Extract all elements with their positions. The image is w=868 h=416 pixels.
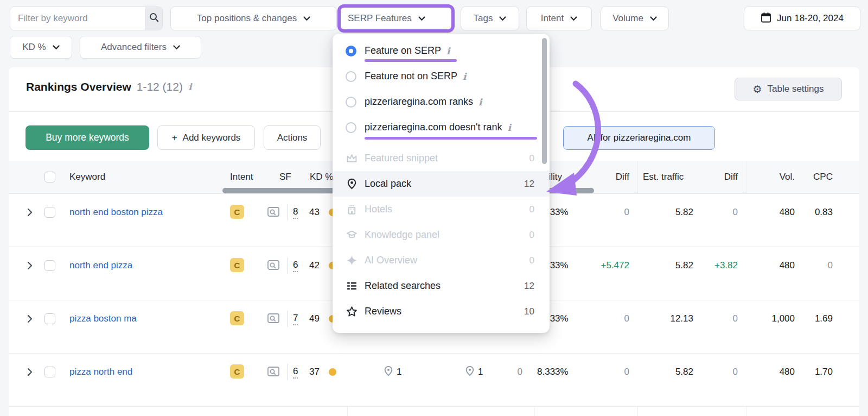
row-checkbox[interactable] <box>44 367 55 377</box>
feature-item-featured-snippet[interactable]: Featured snippet 0 <box>333 146 550 171</box>
keyword-link[interactable]: north end boston pizza <box>69 201 163 223</box>
serp-features-label: SERP Features <box>348 13 412 24</box>
kd-filter-button[interactable]: KD % <box>10 36 72 59</box>
feature-item-hotels[interactable]: Hotels 0 <box>333 197 550 222</box>
add-keywords-label: Add keywords <box>183 133 241 143</box>
feature-item-local-pack[interactable]: Local pack 12 <box>333 171 550 197</box>
traffic-value: 5.82 <box>675 255 693 276</box>
feature-label: Reviews <box>365 306 401 317</box>
position-value[interactable]: 7 <box>293 308 298 330</box>
serp-preview-icon[interactable] <box>267 255 280 276</box>
radio-option-domain-doesnt-rank[interactable]: pizzeriaregina.com doesn't rank i <box>333 115 550 140</box>
radio-option-feature-not-on-serp[interactable]: Feature not on SERP i <box>333 64 550 89</box>
result-range: 1-12 (12) <box>137 80 183 93</box>
keyword-link[interactable]: pizza boston ma <box>69 308 137 330</box>
info-icon[interactable]: i <box>508 122 511 133</box>
kd-value: 49 <box>309 308 320 330</box>
info-icon[interactable]: i <box>188 81 192 92</box>
table-settings-label: Table settings <box>768 84 824 94</box>
position-value[interactable]: 8 <box>293 201 298 223</box>
expand-chevron-icon[interactable] <box>27 308 33 330</box>
expand-chevron-icon[interactable] <box>27 361 33 383</box>
tags-filter-button[interactable]: Tags <box>461 7 519 30</box>
dropdown-scrollbar[interactable] <box>542 38 547 164</box>
feature-label: AI Overview <box>365 255 417 266</box>
traffic-diff: 0 <box>733 201 738 223</box>
intent-filter-button[interactable]: Intent <box>526 7 592 30</box>
visibility-diff: 0 <box>624 361 629 383</box>
radio-label: Feature on SERP <box>365 45 441 56</box>
local-pack-position: 1 <box>383 361 401 383</box>
feature-item-knowledge-panel[interactable]: Knowledge panel 0 <box>333 222 550 248</box>
search-button[interactable] <box>145 7 162 30</box>
radio-option-domain-ranks[interactable]: pizzeriaregina.com ranks i <box>333 89 550 115</box>
expand-chevron-icon[interactable] <box>27 255 33 276</box>
feature-item-related-searches[interactable]: Related searches 12 <box>333 273 550 299</box>
keyword-link[interactable]: north end pizza <box>69 255 132 276</box>
serp-preview-icon[interactable] <box>267 308 280 330</box>
row-checkbox[interactable] <box>44 260 55 271</box>
feature-item-reviews[interactable]: Reviews 10 <box>333 299 550 324</box>
serp-features-filter-button[interactable]: SERP Features <box>337 4 455 33</box>
keyword-filter-input[interactable] <box>10 7 145 30</box>
column-header-keyword[interactable]: Keyword <box>69 161 105 193</box>
volume-filter-button[interactable]: Volume <box>601 7 669 30</box>
buy-more-keywords-button[interactable]: Buy more keywords <box>25 125 149 150</box>
row-checkbox[interactable] <box>44 313 55 324</box>
position-number: 1 <box>397 367 401 377</box>
position-value[interactable]: 6 <box>293 255 298 276</box>
radio-icon[interactable] <box>346 97 356 108</box>
date-range-label: Jun 18-20, 2024 <box>777 13 844 24</box>
radio-icon[interactable] <box>346 122 356 133</box>
purple-underline <box>365 59 457 62</box>
radio-icon[interactable] <box>346 71 356 82</box>
chevron-down-icon <box>499 16 506 21</box>
list-icon <box>346 280 358 292</box>
feature-label: Hotels <box>365 204 392 215</box>
column-header-cpc[interactable]: CPC <box>813 161 833 193</box>
serp-preview-icon[interactable] <box>267 361 280 383</box>
visibility-diff: +5.472 <box>601 255 629 276</box>
expand-chevron-icon[interactable] <box>27 201 33 223</box>
radio-label: pizzeriaregina.com ranks <box>365 96 473 108</box>
add-keywords-button[interactable]: + Add keywords <box>157 125 255 150</box>
radio-selected-icon[interactable] <box>346 46 356 56</box>
position-value[interactable]: 6 <box>293 361 298 383</box>
feature-label: Knowledge panel <box>365 229 439 241</box>
top-positions-filter-button[interactable]: Top positions & changes <box>170 7 337 30</box>
info-icon[interactable]: i <box>478 97 482 108</box>
column-header-est-traffic[interactable]: Est. traffic <box>643 161 684 193</box>
kd-value: 43 <box>309 201 320 223</box>
graduation-cap-icon <box>346 229 358 241</box>
kd-label: KD % <box>22 42 46 53</box>
select-all-checkbox[interactable] <box>44 172 55 182</box>
chevron-down-icon <box>303 16 310 21</box>
column-header-diff[interactable]: Diff <box>616 161 629 193</box>
row-checkbox[interactable] <box>44 207 55 218</box>
keyword-link[interactable]: pizza north end <box>69 361 132 383</box>
feature-count: 0 <box>529 204 534 215</box>
feature-label: Related searches <box>365 280 441 292</box>
date-range-button[interactable]: Jun 18-20, 2024 <box>744 7 860 30</box>
kd-value: 42 <box>309 255 320 276</box>
cell-divider <box>288 204 288 220</box>
column-header-diff2[interactable]: Diff <box>724 161 738 193</box>
feature-item-ai-overview[interactable]: AI Overview 0 <box>333 248 550 273</box>
page-title: Rankings Overview <box>26 80 131 93</box>
serp-preview-icon[interactable] <box>267 201 280 223</box>
advanced-filters-button[interactable]: Advanced filters <box>80 36 201 59</box>
location-pin-icon <box>346 178 358 190</box>
feature-count: 0 <box>529 230 534 241</box>
all-for-domain-chip[interactable]: All for pizzeriaregina.com <box>563 126 715 150</box>
serp-features-dropdown: Feature on SERP i Feature not on SERP i … <box>333 34 550 333</box>
info-icon[interactable]: i <box>463 71 466 82</box>
cpc-value: 0.83 <box>815 201 833 223</box>
info-icon[interactable]: i <box>446 46 450 56</box>
actions-button[interactable]: Actions <box>264 125 321 150</box>
purple-underline <box>365 137 537 140</box>
column-header-vol[interactable]: Vol. <box>780 161 795 193</box>
table-settings-button[interactable]: ⚙ Table settings <box>735 78 842 100</box>
crown-icon <box>346 153 358 163</box>
intent-badge: C <box>230 258 244 272</box>
gear-icon: ⚙ <box>753 83 762 95</box>
